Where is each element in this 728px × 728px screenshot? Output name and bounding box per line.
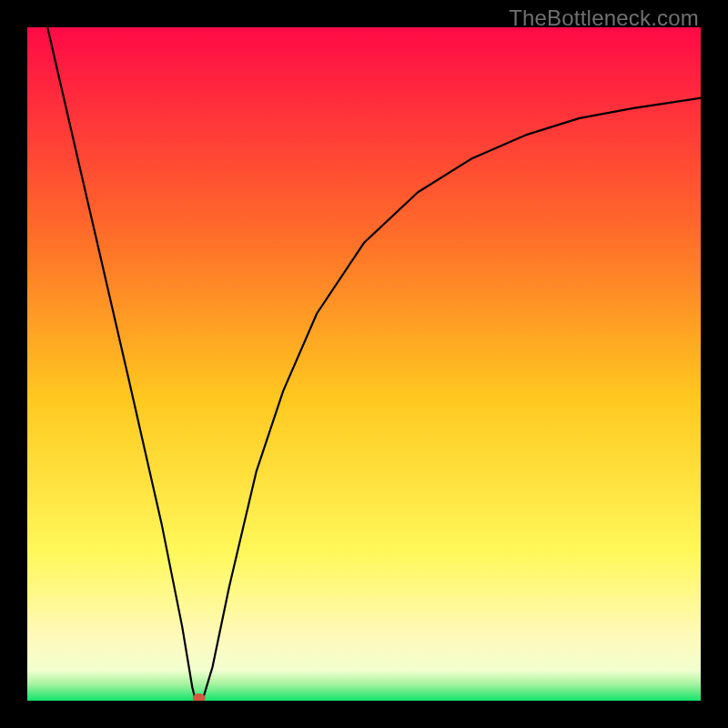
chart-background <box>27 27 701 701</box>
chart-frame <box>27 27 701 701</box>
bottleneck-chart <box>27 27 701 701</box>
